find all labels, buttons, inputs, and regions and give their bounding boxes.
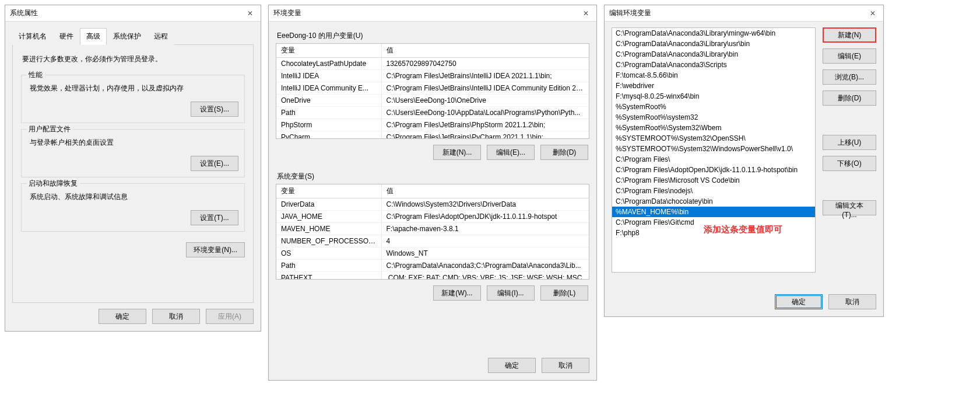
- edit-button[interactable]: 编辑(E): [823, 48, 876, 64]
- list-item[interactable]: C:\ProgramData\Anaconda3\Library\usr\bin: [612, 39, 815, 49]
- user-new-button[interactable]: 新建(N)...: [433, 145, 481, 160]
- tab-advanced[interactable]: 高级: [80, 28, 107, 45]
- titlebar: 编辑环境变量 ✕: [605, 5, 883, 22]
- user-vars-table[interactable]: 变量 值 ChocolateyLastPathUpdate13265702989…: [276, 43, 589, 139]
- system-properties-dialog: 系统属性 ✕ 计算机名 硬件 高级 系统保护 远程 要进行大多数更改，你必须作为…: [5, 5, 261, 332]
- close-icon[interactable]: ✕: [580, 8, 592, 19]
- tab-system-protection[interactable]: 系统保护: [107, 28, 147, 45]
- table-row[interactable]: OneDriveC:\Users\EeeDong-10\OneDrive: [276, 95, 589, 107]
- apply-button[interactable]: 应用(A): [206, 309, 254, 324]
- var-value: .COM;.EXE;.BAT;.CMD;.VBS;.VBE;.JS;.JSE;.…: [381, 272, 589, 280]
- list-item[interactable]: %SystemRoot%\system32: [612, 112, 815, 123]
- list-item[interactable]: C:\ProgramData\Anaconda3\Library\mingw-w…: [612, 28, 815, 39]
- list-item[interactable]: F:\tomcat-8.5.66\bin: [612, 70, 815, 81]
- list-item[interactable]: F:\mysql-8.0.25-winx64\bin: [612, 91, 815, 102]
- tab-computer-name[interactable]: 计算机名: [12, 28, 53, 45]
- table-row[interactable]: IntelliJ IDEAC:\Program Files\JetBrains\…: [276, 70, 589, 82]
- list-item[interactable]: %MAVEN_HOME%\bin: [612, 207, 815, 217]
- list-item[interactable]: C:\Program Files\nodejs\: [612, 186, 815, 196]
- table-row[interactable]: DriverDataC:\Windows\System32\Drivers\Dr…: [276, 198, 589, 211]
- sys-vars-label: 系统变量(S): [276, 168, 589, 184]
- var-name: MAVEN_HOME: [276, 223, 381, 235]
- cancel-button[interactable]: 取消: [542, 358, 589, 373]
- table-row[interactable]: PhpStormC:\Program Files\JetBrains\PhpSt…: [276, 119, 589, 131]
- var-value: C:\Windows\System32\Drivers\DriverData: [381, 198, 589, 211]
- group-legend: 用户配置文件: [26, 124, 73, 134]
- list-item[interactable]: C:\Program Files\Git\cmd: [612, 217, 815, 228]
- ok-button[interactable]: 确定: [775, 294, 823, 309]
- user-profiles-settings-button[interactable]: 设置(E)...: [191, 156, 238, 171]
- var-value: C:\Program Files\JetBrains\IntelliJ IDEA…: [381, 82, 589, 95]
- list-item[interactable]: C:\ProgramData\Anaconda3\Scripts: [612, 60, 815, 70]
- list-item[interactable]: %SystemRoot%: [612, 102, 815, 112]
- cancel-button[interactable]: 取消: [828, 294, 876, 309]
- edit-text-button[interactable]: 编辑文本(T)...: [823, 200, 876, 215]
- side-buttons: 新建(N) 编辑(E) 浏览(B)... 删除(D) 上移(U) 下移(O) 编…: [823, 27, 876, 286]
- var-name: PATHEXT: [276, 272, 381, 280]
- sys-delete-button[interactable]: 删除(L): [540, 285, 588, 301]
- titlebar: 系统属性 ✕: [5, 5, 261, 22]
- col-header-val[interactable]: 值: [381, 184, 589, 198]
- browse-button[interactable]: 浏览(B)...: [823, 69, 876, 85]
- var-value: C:\Program Files\AdoptOpenJDK\jdk-11.0.1…: [381, 211, 589, 223]
- delete-button[interactable]: 删除(D): [823, 90, 876, 106]
- table-row[interactable]: PyCharmC:\Program Files\JetBrains\PyChar…: [276, 131, 589, 140]
- tabs: 计算机名 硬件 高级 系统保护 远程: [12, 27, 254, 45]
- var-name: PyCharm: [276, 131, 381, 140]
- col-header-var[interactable]: 变量: [276, 44, 381, 58]
- table-row[interactable]: IntelliJ IDEA Community E...C:\Program F…: [276, 82, 589, 95]
- path-listbox[interactable]: C:\ProgramData\Anaconda3\Library\mingw-w…: [612, 27, 816, 273]
- list-item[interactable]: F:\php8: [612, 228, 815, 238]
- list-item[interactable]: %SystemRoot%\System32\Wbem: [612, 123, 815, 133]
- table-row[interactable]: MAVEN_HOMEF:\apache-maven-3.8.1: [276, 223, 589, 235]
- user-edit-button[interactable]: 编辑(E)...: [487, 145, 535, 160]
- table-row[interactable]: PathC:\Users\EeeDong-10\AppData\Local\Pr…: [276, 107, 589, 119]
- var-name: IntelliJ IDEA: [276, 70, 381, 82]
- group-desc: 视觉效果，处理器计划，内存使用，以及虚拟内存: [27, 80, 238, 102]
- tab-hardware[interactable]: 硬件: [53, 28, 80, 45]
- group-startup-recovery: 启动和故障恢复 系统启动、系统故障和调试信息 设置(T)...: [21, 183, 245, 232]
- ok-button[interactable]: 确定: [488, 358, 536, 373]
- list-item[interactable]: F:\webdriver: [612, 81, 815, 91]
- list-item[interactable]: C:\Program Files\AdoptOpenJDK\jdk-11.0.1…: [612, 165, 815, 175]
- performance-settings-button[interactable]: 设置(S)...: [191, 102, 238, 117]
- new-button[interactable]: 新建(N): [823, 27, 876, 43]
- table-row[interactable]: PATHEXT.COM;.EXE;.BAT;.CMD;.VBS;.VBE;.JS…: [276, 272, 589, 280]
- list-item[interactable]: C:\ProgramData\chocolatey\bin: [612, 196, 815, 207]
- sys-vars-table[interactable]: 变量 值 DriverDataC:\Windows\System32\Drive…: [276, 184, 589, 280]
- list-item[interactable]: %SYSTEMROOT%\System32\WindowsPowerShell\…: [612, 144, 815, 154]
- titlebar: 环境变量 ✕: [269, 5, 596, 22]
- list-item[interactable]: C:\ProgramData\Anaconda3\Library\bin: [612, 49, 815, 60]
- list-item[interactable]: C:\Program Files\: [612, 154, 815, 165]
- cancel-button[interactable]: 取消: [152, 309, 200, 324]
- move-down-button[interactable]: 下移(O): [823, 156, 876, 171]
- table-row[interactable]: OSWindows_NT: [276, 247, 589, 260]
- sys-new-button[interactable]: 新建(W)...: [433, 285, 481, 301]
- var-name: DriverData: [276, 198, 381, 211]
- list-item[interactable]: C:\Program Files\Microsoft VS Code\bin: [612, 175, 815, 186]
- var-name: NUMBER_OF_PROCESSORS: [276, 235, 381, 247]
- col-header-var[interactable]: 变量: [276, 184, 381, 198]
- close-icon[interactable]: ✕: [244, 8, 256, 19]
- user-delete-button[interactable]: 删除(D): [540, 145, 588, 160]
- move-up-button[interactable]: 上移(U): [823, 135, 876, 150]
- close-icon[interactable]: ✕: [867, 8, 879, 19]
- col-header-val[interactable]: 值: [381, 44, 589, 58]
- tab-remote[interactable]: 远程: [147, 28, 174, 45]
- dialog-title: 编辑环境变量: [609, 8, 651, 18]
- var-name: ChocolateyLastPathUpdate: [276, 58, 381, 70]
- var-value: C:\Users\EeeDong-10\OneDrive: [381, 95, 589, 107]
- var-name: OS: [276, 247, 381, 260]
- table-row[interactable]: NUMBER_OF_PROCESSORS4: [276, 235, 589, 247]
- var-value: C:\Program Files\JetBrains\PhpStorm 2021…: [381, 119, 589, 131]
- table-row[interactable]: ChocolateyLastPathUpdate1326570298970427…: [276, 58, 589, 70]
- table-row[interactable]: JAVA_HOMEC:\Program Files\AdoptOpenJDK\j…: [276, 211, 589, 223]
- startup-settings-button[interactable]: 设置(T)...: [191, 210, 238, 225]
- ok-button[interactable]: 确定: [99, 309, 146, 324]
- environment-variables-button[interactable]: 环境变量(N)...: [186, 242, 245, 257]
- sys-edit-button[interactable]: 编辑(I)...: [487, 285, 535, 301]
- table-row[interactable]: PathC:\ProgramData\Anaconda3;C:\ProgramD…: [276, 260, 589, 272]
- var-value: C:\Users\EeeDong-10\AppData\Local\Progra…: [381, 107, 589, 119]
- var-name: Path: [276, 260, 381, 272]
- list-item[interactable]: %SYSTEMROOT%\System32\OpenSSH\: [612, 133, 815, 144]
